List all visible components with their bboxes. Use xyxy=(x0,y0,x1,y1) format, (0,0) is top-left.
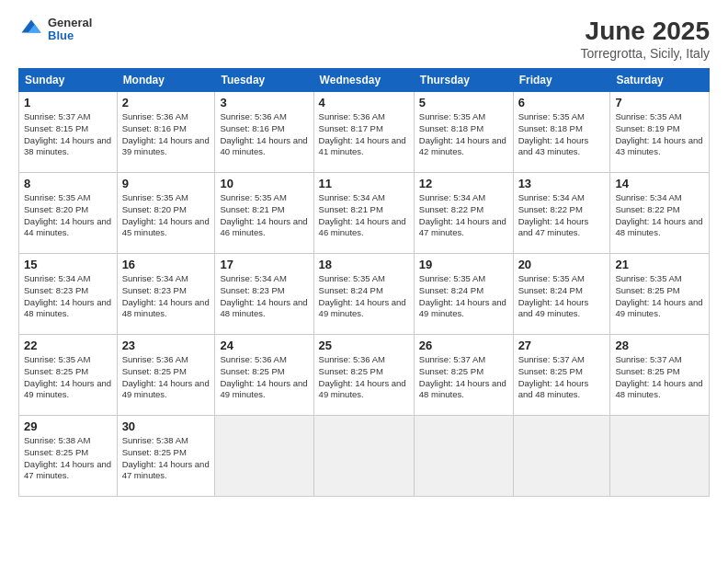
table-row: 11Sunrise: 5:34 AMSunset: 8:21 PMDayligh… xyxy=(313,173,414,254)
day-number: 15 xyxy=(24,258,112,271)
day-info: Sunrise: 5:34 AMSunset: 8:22 PMDaylight:… xyxy=(615,192,704,239)
day-number: 3 xyxy=(220,96,308,109)
day-info: Sunrise: 5:34 AMSunset: 8:23 PMDaylight:… xyxy=(122,273,210,320)
table-row: 28Sunrise: 5:37 AMSunset: 8:25 PMDayligh… xyxy=(610,335,710,416)
day-number: 20 xyxy=(518,258,606,271)
day-info: Sunrise: 5:37 AMSunset: 8:15 PMDaylight:… xyxy=(24,111,112,158)
day-number: 2 xyxy=(122,96,210,109)
day-number: 7 xyxy=(615,96,704,109)
day-info: Sunrise: 5:37 AMSunset: 8:25 PMDaylight:… xyxy=(419,354,508,401)
day-info: Sunrise: 5:37 AMSunset: 8:25 PMDaylight:… xyxy=(518,354,606,401)
day-info: Sunrise: 5:36 AMSunset: 8:16 PMDaylight:… xyxy=(220,111,308,158)
day-info: Sunrise: 5:36 AMSunset: 8:16 PMDaylight:… xyxy=(122,111,210,158)
table-row: 12Sunrise: 5:34 AMSunset: 8:22 PMDayligh… xyxy=(414,173,513,254)
table-row: 26Sunrise: 5:37 AMSunset: 8:25 PMDayligh… xyxy=(414,335,513,416)
col-wednesday: Wednesday xyxy=(313,69,414,92)
main-title: June 2025 xyxy=(580,17,710,46)
table-row xyxy=(513,416,610,497)
day-number: 5 xyxy=(419,96,508,109)
page: General Blue June 2025 Torregrotta, Sici… xyxy=(0,0,728,563)
table-row: 4Sunrise: 5:36 AMSunset: 8:17 PMDaylight… xyxy=(313,92,414,173)
day-number: 11 xyxy=(319,177,409,190)
table-row: 6Sunrise: 5:35 AMSunset: 8:18 PMDaylight… xyxy=(513,92,610,173)
day-number: 10 xyxy=(220,177,308,190)
day-number: 23 xyxy=(122,339,210,352)
day-info: Sunrise: 5:35 AMSunset: 8:20 PMDaylight:… xyxy=(122,192,210,239)
table-row xyxy=(313,416,414,497)
day-info: Sunrise: 5:35 AMSunset: 8:18 PMDaylight:… xyxy=(419,111,508,158)
day-info: Sunrise: 5:34 AMSunset: 8:23 PMDaylight:… xyxy=(220,273,308,320)
day-info: Sunrise: 5:38 AMSunset: 8:25 PMDaylight:… xyxy=(24,435,112,482)
calendar: Sunday Monday Tuesday Wednesday Thursday… xyxy=(18,68,710,497)
day-number: 29 xyxy=(24,419,112,433)
table-row: 10Sunrise: 5:35 AMSunset: 8:21 PMDayligh… xyxy=(215,173,313,254)
day-info: Sunrise: 5:34 AMSunset: 8:22 PMDaylight:… xyxy=(518,192,606,239)
day-info: Sunrise: 5:36 AMSunset: 8:25 PMDaylight:… xyxy=(122,354,210,401)
table-row: 22Sunrise: 5:35 AMSunset: 8:25 PMDayligh… xyxy=(19,335,118,416)
day-info: Sunrise: 5:35 AMSunset: 8:19 PMDaylight:… xyxy=(615,111,704,158)
logo: General Blue xyxy=(18,17,92,43)
day-number: 16 xyxy=(122,258,210,271)
table-row: 13Sunrise: 5:34 AMSunset: 8:22 PMDayligh… xyxy=(513,173,610,254)
logo-blue: Blue xyxy=(48,29,92,42)
table-row: 18Sunrise: 5:35 AMSunset: 8:24 PMDayligh… xyxy=(313,254,414,335)
table-row: 16Sunrise: 5:34 AMSunset: 8:23 PMDayligh… xyxy=(117,254,215,335)
day-info: Sunrise: 5:35 AMSunset: 8:18 PMDaylight:… xyxy=(518,111,606,158)
calendar-week-row: 29Sunrise: 5:38 AMSunset: 8:25 PMDayligh… xyxy=(19,416,710,497)
table-row: 5Sunrise: 5:35 AMSunset: 8:18 PMDaylight… xyxy=(414,92,513,173)
day-info: Sunrise: 5:35 AMSunset: 8:21 PMDaylight:… xyxy=(220,192,308,239)
day-info: Sunrise: 5:35 AMSunset: 8:20 PMDaylight:… xyxy=(24,192,112,239)
table-row: 29Sunrise: 5:38 AMSunset: 8:25 PMDayligh… xyxy=(19,416,118,497)
day-number: 6 xyxy=(518,96,606,109)
day-number: 24 xyxy=(220,339,308,352)
day-number: 30 xyxy=(122,419,210,433)
day-number: 26 xyxy=(419,339,508,352)
day-info: Sunrise: 5:34 AMSunset: 8:23 PMDaylight:… xyxy=(24,273,112,320)
subtitle: Torregrotta, Sicily, Italy xyxy=(580,46,710,61)
day-info: Sunrise: 5:36 AMSunset: 8:17 PMDaylight:… xyxy=(319,111,409,158)
table-row: 15Sunrise: 5:34 AMSunset: 8:23 PMDayligh… xyxy=(19,254,118,335)
day-info: Sunrise: 5:35 AMSunset: 8:24 PMDaylight:… xyxy=(319,273,409,320)
table-row: 20Sunrise: 5:35 AMSunset: 8:24 PMDayligh… xyxy=(513,254,610,335)
calendar-week-row: 22Sunrise: 5:35 AMSunset: 8:25 PMDayligh… xyxy=(19,335,710,416)
table-row: 21Sunrise: 5:35 AMSunset: 8:25 PMDayligh… xyxy=(610,254,710,335)
col-tuesday: Tuesday xyxy=(215,69,313,92)
day-number: 22 xyxy=(24,339,112,352)
table-row: 14Sunrise: 5:34 AMSunset: 8:22 PMDayligh… xyxy=(610,173,710,254)
calendar-week-row: 1Sunrise: 5:37 AMSunset: 8:15 PMDaylight… xyxy=(19,92,710,173)
calendar-header-row: Sunday Monday Tuesday Wednesday Thursday… xyxy=(19,69,710,92)
day-number: 1 xyxy=(24,96,112,109)
title-block: June 2025 Torregrotta, Sicily, Italy xyxy=(580,17,710,61)
day-number: 21 xyxy=(615,258,704,271)
day-number: 18 xyxy=(319,258,409,271)
day-number: 8 xyxy=(24,177,112,190)
col-thursday: Thursday xyxy=(414,69,513,92)
table-row: 7Sunrise: 5:35 AMSunset: 8:19 PMDaylight… xyxy=(610,92,710,173)
day-info: Sunrise: 5:38 AMSunset: 8:25 PMDaylight:… xyxy=(122,435,210,482)
day-info: Sunrise: 5:35 AMSunset: 8:25 PMDaylight:… xyxy=(24,354,112,401)
day-info: Sunrise: 5:35 AMSunset: 8:24 PMDaylight:… xyxy=(419,273,508,320)
day-number: 27 xyxy=(518,339,606,352)
table-row: 1Sunrise: 5:37 AMSunset: 8:15 PMDaylight… xyxy=(19,92,118,173)
day-info: Sunrise: 5:36 AMSunset: 8:25 PMDaylight:… xyxy=(220,354,308,401)
day-number: 19 xyxy=(419,258,508,271)
col-saturday: Saturday xyxy=(610,69,710,92)
table-row: 27Sunrise: 5:37 AMSunset: 8:25 PMDayligh… xyxy=(513,335,610,416)
table-row: 9Sunrise: 5:35 AMSunset: 8:20 PMDaylight… xyxy=(117,173,215,254)
day-info: Sunrise: 5:34 AMSunset: 8:22 PMDaylight:… xyxy=(419,192,508,239)
table-row: 19Sunrise: 5:35 AMSunset: 8:24 PMDayligh… xyxy=(414,254,513,335)
table-row: 8Sunrise: 5:35 AMSunset: 8:20 PMDaylight… xyxy=(19,173,118,254)
day-info: Sunrise: 5:34 AMSunset: 8:21 PMDaylight:… xyxy=(319,192,409,239)
table-row: 24Sunrise: 5:36 AMSunset: 8:25 PMDayligh… xyxy=(215,335,313,416)
logo-text: General Blue xyxy=(48,17,92,43)
day-number: 17 xyxy=(220,258,308,271)
calendar-week-row: 15Sunrise: 5:34 AMSunset: 8:23 PMDayligh… xyxy=(19,254,710,335)
calendar-week-row: 8Sunrise: 5:35 AMSunset: 8:20 PMDaylight… xyxy=(19,173,710,254)
col-sunday: Sunday xyxy=(19,69,118,92)
day-info: Sunrise: 5:35 AMSunset: 8:25 PMDaylight:… xyxy=(615,273,704,320)
day-number: 4 xyxy=(319,96,409,109)
col-friday: Friday xyxy=(513,69,610,92)
table-row: 30Sunrise: 5:38 AMSunset: 8:25 PMDayligh… xyxy=(117,416,215,497)
table-row xyxy=(414,416,513,497)
day-number: 25 xyxy=(319,339,409,352)
